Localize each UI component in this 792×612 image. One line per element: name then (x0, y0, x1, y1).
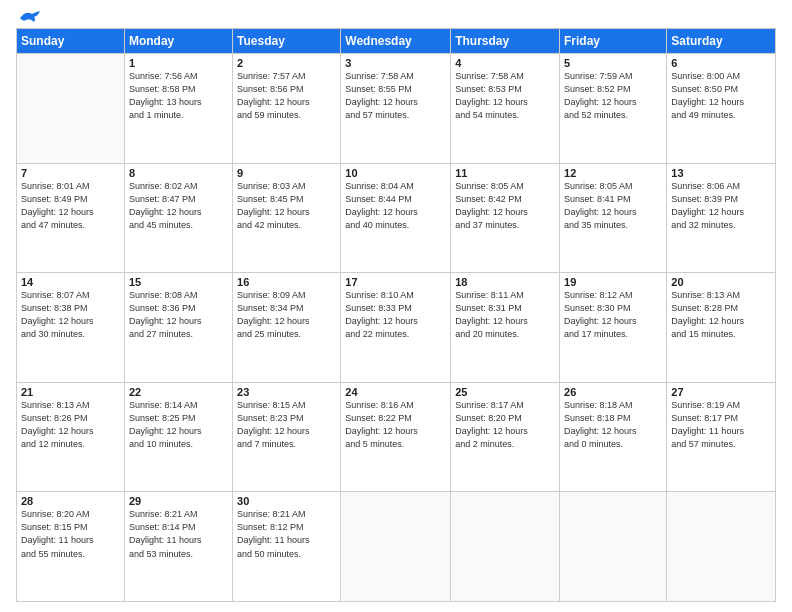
day-cell: 24Sunrise: 8:16 AM Sunset: 8:22 PM Dayli… (341, 382, 451, 492)
day-info: Sunrise: 8:14 AM Sunset: 8:25 PM Dayligh… (129, 399, 228, 451)
day-info: Sunrise: 7:56 AM Sunset: 8:58 PM Dayligh… (129, 70, 228, 122)
day-info: Sunrise: 7:58 AM Sunset: 8:53 PM Dayligh… (455, 70, 555, 122)
day-info: Sunrise: 8:06 AM Sunset: 8:39 PM Dayligh… (671, 180, 771, 232)
day-cell: 1Sunrise: 7:56 AM Sunset: 8:58 PM Daylig… (124, 54, 232, 164)
day-number: 12 (564, 167, 662, 179)
day-number: 16 (237, 276, 336, 288)
day-number: 8 (129, 167, 228, 179)
day-cell (560, 492, 667, 602)
day-number: 3 (345, 57, 446, 69)
day-cell: 8Sunrise: 8:02 AM Sunset: 8:47 PM Daylig… (124, 163, 232, 273)
day-number: 14 (21, 276, 120, 288)
day-cell: 25Sunrise: 8:17 AM Sunset: 8:20 PM Dayli… (451, 382, 560, 492)
logo-bird-icon (18, 10, 40, 26)
day-info: Sunrise: 8:01 AM Sunset: 8:49 PM Dayligh… (21, 180, 120, 232)
logo (16, 14, 40, 24)
day-number: 21 (21, 386, 120, 398)
weekday-header-saturday: Saturday (667, 29, 776, 54)
day-number: 25 (455, 386, 555, 398)
day-cell: 2Sunrise: 7:57 AM Sunset: 8:56 PM Daylig… (233, 54, 341, 164)
day-info: Sunrise: 8:21 AM Sunset: 8:14 PM Dayligh… (129, 508, 228, 560)
day-info: Sunrise: 8:19 AM Sunset: 8:17 PM Dayligh… (671, 399, 771, 451)
week-row-4: 21Sunrise: 8:13 AM Sunset: 8:26 PM Dayli… (17, 382, 776, 492)
day-info: Sunrise: 8:13 AM Sunset: 8:26 PM Dayligh… (21, 399, 120, 451)
day-info: Sunrise: 8:07 AM Sunset: 8:38 PM Dayligh… (21, 289, 120, 341)
day-cell: 16Sunrise: 8:09 AM Sunset: 8:34 PM Dayli… (233, 273, 341, 383)
day-cell: 4Sunrise: 7:58 AM Sunset: 8:53 PM Daylig… (451, 54, 560, 164)
day-number: 13 (671, 167, 771, 179)
day-info: Sunrise: 7:59 AM Sunset: 8:52 PM Dayligh… (564, 70, 662, 122)
day-cell: 26Sunrise: 8:18 AM Sunset: 8:18 PM Dayli… (560, 382, 667, 492)
day-info: Sunrise: 8:04 AM Sunset: 8:44 PM Dayligh… (345, 180, 446, 232)
day-info: Sunrise: 7:58 AM Sunset: 8:55 PM Dayligh… (345, 70, 446, 122)
day-number: 19 (564, 276, 662, 288)
day-info: Sunrise: 8:03 AM Sunset: 8:45 PM Dayligh… (237, 180, 336, 232)
day-info: Sunrise: 8:13 AM Sunset: 8:28 PM Dayligh… (671, 289, 771, 341)
day-cell: 29Sunrise: 8:21 AM Sunset: 8:14 PM Dayli… (124, 492, 232, 602)
day-info: Sunrise: 8:08 AM Sunset: 8:36 PM Dayligh… (129, 289, 228, 341)
day-number: 6 (671, 57, 771, 69)
day-info: Sunrise: 8:10 AM Sunset: 8:33 PM Dayligh… (345, 289, 446, 341)
weekday-header-friday: Friday (560, 29, 667, 54)
weekday-header-wednesday: Wednesday (341, 29, 451, 54)
day-info: Sunrise: 8:15 AM Sunset: 8:23 PM Dayligh… (237, 399, 336, 451)
day-cell: 10Sunrise: 8:04 AM Sunset: 8:44 PM Dayli… (341, 163, 451, 273)
day-number: 9 (237, 167, 336, 179)
day-info: Sunrise: 8:18 AM Sunset: 8:18 PM Dayligh… (564, 399, 662, 451)
day-cell: 7Sunrise: 8:01 AM Sunset: 8:49 PM Daylig… (17, 163, 125, 273)
day-cell: 19Sunrise: 8:12 AM Sunset: 8:30 PM Dayli… (560, 273, 667, 383)
day-number: 1 (129, 57, 228, 69)
day-cell: 3Sunrise: 7:58 AM Sunset: 8:55 PM Daylig… (341, 54, 451, 164)
day-cell (451, 492, 560, 602)
day-cell: 15Sunrise: 8:08 AM Sunset: 8:36 PM Dayli… (124, 273, 232, 383)
day-number: 10 (345, 167, 446, 179)
day-cell: 12Sunrise: 8:05 AM Sunset: 8:41 PM Dayli… (560, 163, 667, 273)
day-cell: 20Sunrise: 8:13 AM Sunset: 8:28 PM Dayli… (667, 273, 776, 383)
day-number: 30 (237, 495, 336, 507)
day-number: 24 (345, 386, 446, 398)
day-cell: 14Sunrise: 8:07 AM Sunset: 8:38 PM Dayli… (17, 273, 125, 383)
day-number: 23 (237, 386, 336, 398)
day-info: Sunrise: 8:09 AM Sunset: 8:34 PM Dayligh… (237, 289, 336, 341)
weekday-header-monday: Monday (124, 29, 232, 54)
day-cell: 27Sunrise: 8:19 AM Sunset: 8:17 PM Dayli… (667, 382, 776, 492)
day-number: 5 (564, 57, 662, 69)
day-info: Sunrise: 8:20 AM Sunset: 8:15 PM Dayligh… (21, 508, 120, 560)
weekday-header-thursday: Thursday (451, 29, 560, 54)
day-number: 15 (129, 276, 228, 288)
page: SundayMondayTuesdayWednesdayThursdayFrid… (0, 0, 792, 612)
day-cell: 23Sunrise: 8:15 AM Sunset: 8:23 PM Dayli… (233, 382, 341, 492)
day-cell (667, 492, 776, 602)
day-info: Sunrise: 8:11 AM Sunset: 8:31 PM Dayligh… (455, 289, 555, 341)
weekday-header-sunday: Sunday (17, 29, 125, 54)
weekday-header-tuesday: Tuesday (233, 29, 341, 54)
day-info: Sunrise: 8:05 AM Sunset: 8:41 PM Dayligh… (564, 180, 662, 232)
day-info: Sunrise: 8:05 AM Sunset: 8:42 PM Dayligh… (455, 180, 555, 232)
day-info: Sunrise: 8:02 AM Sunset: 8:47 PM Dayligh… (129, 180, 228, 232)
week-row-1: 1Sunrise: 7:56 AM Sunset: 8:58 PM Daylig… (17, 54, 776, 164)
weekday-header-row: SundayMondayTuesdayWednesdayThursdayFrid… (17, 29, 776, 54)
day-number: 20 (671, 276, 771, 288)
day-cell: 21Sunrise: 8:13 AM Sunset: 8:26 PM Dayli… (17, 382, 125, 492)
day-info: Sunrise: 8:00 AM Sunset: 8:50 PM Dayligh… (671, 70, 771, 122)
title-area (40, 10, 776, 12)
day-info: Sunrise: 7:57 AM Sunset: 8:56 PM Dayligh… (237, 70, 336, 122)
day-number: 18 (455, 276, 555, 288)
day-number: 28 (21, 495, 120, 507)
day-cell (341, 492, 451, 602)
day-number: 22 (129, 386, 228, 398)
day-cell: 28Sunrise: 8:20 AM Sunset: 8:15 PM Dayli… (17, 492, 125, 602)
day-cell: 17Sunrise: 8:10 AM Sunset: 8:33 PM Dayli… (341, 273, 451, 383)
day-cell: 6Sunrise: 8:00 AM Sunset: 8:50 PM Daylig… (667, 54, 776, 164)
day-number: 26 (564, 386, 662, 398)
day-number: 2 (237, 57, 336, 69)
day-info: Sunrise: 8:17 AM Sunset: 8:20 PM Dayligh… (455, 399, 555, 451)
day-info: Sunrise: 8:16 AM Sunset: 8:22 PM Dayligh… (345, 399, 446, 451)
day-info: Sunrise: 8:12 AM Sunset: 8:30 PM Dayligh… (564, 289, 662, 341)
day-info: Sunrise: 8:21 AM Sunset: 8:12 PM Dayligh… (237, 508, 336, 560)
day-cell: 9Sunrise: 8:03 AM Sunset: 8:45 PM Daylig… (233, 163, 341, 273)
day-cell (17, 54, 125, 164)
day-cell: 13Sunrise: 8:06 AM Sunset: 8:39 PM Dayli… (667, 163, 776, 273)
header-area (16, 10, 776, 24)
day-number: 27 (671, 386, 771, 398)
